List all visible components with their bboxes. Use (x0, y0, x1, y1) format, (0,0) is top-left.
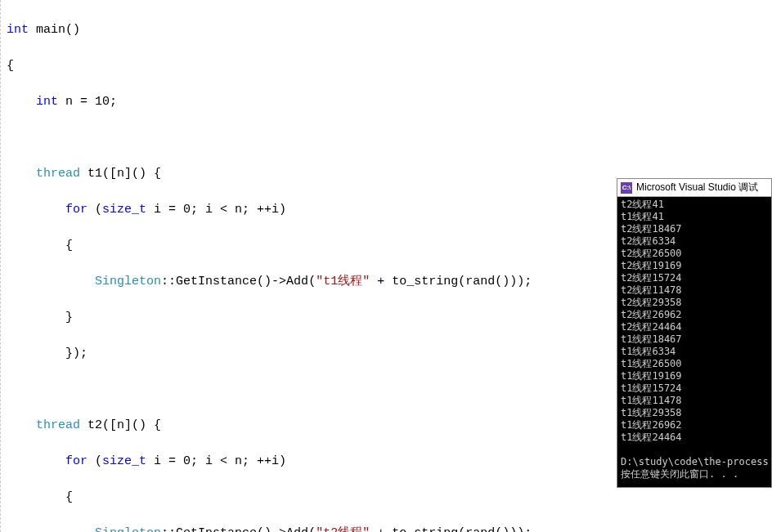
code-text: i = 0; i < n; ++i) (146, 203, 286, 217)
console-output-line: t2线程24464 (621, 321, 768, 333)
type-thread: thread (36, 167, 80, 181)
string-literal: "t1线程" (316, 275, 370, 288)
var-t2: t2 (80, 418, 102, 432)
code-line: Singleton::GetInstance()->Add("t2线程" + t… (7, 525, 765, 532)
indent (7, 275, 95, 288)
fn-main: main (29, 23, 65, 37)
paren: ( (308, 526, 316, 532)
console-path-line: D:\study\code\the-process (621, 456, 768, 468)
console-output-line: t1线程19169 (621, 370, 768, 382)
code-text: ())); (495, 275, 532, 288)
console-output-line: t2线程26962 (621, 309, 768, 321)
fn-add: Add (286, 275, 308, 288)
console-output-line: t1线程41 (621, 211, 768, 223)
type-sizet: size_t (102, 203, 146, 217)
type-sizet: size_t (102, 454, 146, 468)
keyword-for: for (65, 203, 88, 217)
paren: ( (458, 275, 465, 288)
code-text: ([n]() { (102, 418, 161, 432)
scope-op: :: (161, 526, 176, 532)
code-text: ())); (495, 526, 532, 532)
indent (7, 526, 95, 532)
console-output-line: t1线程29358 (621, 407, 768, 419)
console-output-line: t1线程15724 (621, 382, 768, 395)
var-t1: t1 (80, 167, 102, 181)
code-line: int main() (7, 21, 765, 39)
string-literal: "t2线程" (316, 526, 370, 532)
paren: ( (308, 275, 316, 288)
code-text: ([n]() { (102, 167, 161, 181)
code-line: { (7, 57, 765, 75)
code-text: ( (88, 203, 102, 217)
code-text: ( (88, 454, 102, 468)
fn-getinstance: GetInstance (176, 275, 257, 288)
scope-op: :: (161, 275, 176, 288)
console-output-line: t1线程18467 (621, 333, 768, 346)
fn-rand: rand (465, 526, 495, 532)
console-output-line: t2线程15724 (621, 272, 768, 284)
class-singleton: Singleton (95, 275, 161, 288)
console-output-line: t2线程11478 (621, 284, 768, 297)
console-output-line: t1线程11478 (621, 395, 768, 407)
console-output-line: t2线程18467 (621, 223, 768, 235)
editor-gutter (0, 0, 2, 532)
console-output-line: t2线程26500 (621, 248, 768, 260)
console-blank-line (621, 444, 768, 456)
console-output-line: t2线程6334 (621, 235, 768, 248)
code-line: int n = 10; (7, 93, 765, 111)
console-output-line: t1线程26962 (621, 419, 768, 431)
code-text: n = 10; (58, 95, 117, 109)
fn-rand: rand (465, 275, 495, 288)
keyword-int: int (7, 23, 29, 37)
op-plus: + (370, 275, 392, 288)
paren: ( (458, 526, 465, 532)
code-line: { (7, 489, 765, 507)
console-output-line: t1线程24464 (621, 431, 768, 444)
console-titlebar[interactable]: C:\ Microsoft Visual Studio 调试 (617, 179, 771, 197)
console-output-line: t1线程26500 (621, 358, 768, 370)
debug-console-window[interactable]: C:\ Microsoft Visual Studio 调试 t2线程41 t1… (617, 178, 772, 488)
console-icon: C:\ (621, 182, 632, 194)
console-prompt-line: 按任意键关闭此窗口. . . (621, 468, 768, 481)
keyword-int: int (36, 95, 58, 109)
console-output-line: t1线程6334 (621, 346, 768, 358)
type-thread: thread (36, 418, 80, 432)
fn-tostring: to_string (392, 275, 458, 288)
fn-add: Add (286, 526, 308, 532)
op-plus: + (370, 526, 392, 532)
fn-tostring: to_string (392, 526, 458, 532)
console-body[interactable]: t2线程41 t1线程41 t2线程18467 t2线程6334 t2线程265… (617, 197, 771, 487)
blank-line (7, 129, 765, 147)
console-output-line: t2线程19169 (621, 260, 768, 272)
keyword-for: for (65, 454, 88, 468)
parens: () (65, 23, 80, 37)
code-text: ()-> (257, 275, 286, 288)
console-output-line: t2线程41 (621, 199, 768, 211)
console-title: Microsoft Visual Studio 调试 (636, 181, 758, 194)
code-text: i = 0; i < n; ++i) (146, 454, 286, 468)
class-singleton: Singleton (95, 526, 161, 532)
console-output-line: t2线程29358 (621, 297, 768, 309)
code-text: ()-> (257, 526, 286, 532)
fn-getinstance: GetInstance (176, 526, 257, 532)
